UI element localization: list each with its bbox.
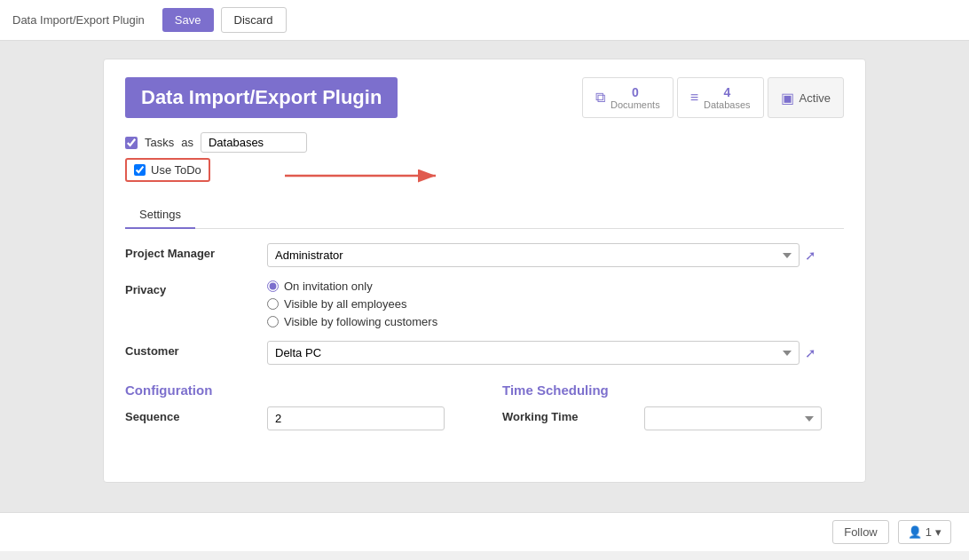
project-manager-row: Project Manager Administrator ➚ bbox=[125, 243, 844, 267]
follower-icon: 👤 bbox=[908, 525, 922, 539]
followers-button[interactable]: 👤 1 ▾ bbox=[898, 520, 951, 544]
active-label: Active bbox=[800, 91, 831, 105]
privacy-radio-employees[interactable] bbox=[267, 298, 279, 310]
followers-dropdown-icon: ▾ bbox=[935, 525, 941, 539]
customer-select[interactable]: Delta PC bbox=[267, 341, 800, 365]
section-headers: Configuration Sequence Time Scheduling W… bbox=[125, 383, 844, 443]
page-title: Data Import/Export Plugin bbox=[12, 13, 145, 27]
working-time-wrap bbox=[644, 406, 844, 430]
project-manager-external-link-icon[interactable]: ➚ bbox=[805, 248, 816, 264]
use-todo-label: Use ToDo bbox=[151, 163, 201, 177]
main-card: Data Import/Export Plugin ⧉ 0 Documents … bbox=[103, 59, 866, 483]
tasks-as: as bbox=[181, 136, 193, 149]
sequence-wrap bbox=[267, 406, 467, 430]
stat-active-button[interactable]: ▣ Active bbox=[768, 77, 844, 118]
customer-external-link-icon[interactable]: ➚ bbox=[805, 345, 816, 361]
documents-icon: ⧉ bbox=[595, 90, 605, 106]
card-header: Data Import/Export Plugin ⧉ 0 Documents … bbox=[125, 77, 844, 118]
use-todo-checkbox[interactable] bbox=[134, 164, 146, 176]
databases-icon: ≡ bbox=[690, 90, 698, 106]
privacy-label-employees: Visible by all employees bbox=[284, 297, 407, 311]
privacy-row: Privacy On invitation only Visible by al… bbox=[125, 280, 844, 328]
databases-label: Databases bbox=[704, 99, 751, 110]
form-section: Project Manager Administrator ➚ Privacy … bbox=[125, 243, 844, 443]
working-time-row: Working Time bbox=[502, 406, 844, 430]
top-bar: Data Import/Export Plugin Save Discard bbox=[0, 0, 969, 41]
databases-count: 4 bbox=[704, 85, 751, 99]
customer-row: Customer Delta PC ➚ bbox=[125, 341, 844, 365]
tasks-row: Tasks as bbox=[125, 132, 844, 153]
tasks-label: Tasks bbox=[145, 136, 174, 149]
privacy-radio-invitation[interactable] bbox=[267, 280, 279, 292]
card-stats: ⧉ 0 Documents ≡ 4 Databases ▣ Active bbox=[582, 77, 844, 118]
main-content: Data Import/Export Plugin ⧉ 0 Documents … bbox=[0, 41, 969, 512]
discard-button[interactable]: Discard bbox=[221, 7, 287, 33]
active-icon: ▣ bbox=[781, 90, 794, 106]
sequence-row: Sequence bbox=[125, 406, 467, 430]
privacy-option-3: Visible by following customers bbox=[267, 315, 437, 328]
privacy-label-invitation: On invitation only bbox=[284, 280, 373, 293]
project-manager-select[interactable]: Administrator bbox=[267, 243, 800, 267]
privacy-radio-group: On invitation only Visible by all employ… bbox=[267, 280, 437, 328]
privacy-option-1: On invitation only bbox=[267, 280, 437, 293]
configuration-title: Configuration bbox=[125, 383, 467, 398]
customer-wrap: Delta PC ➚ bbox=[267, 341, 844, 365]
tab-settings[interactable]: Settings bbox=[125, 201, 195, 229]
sequence-label: Sequence bbox=[125, 406, 267, 423]
documents-count: 0 bbox=[611, 85, 660, 99]
working-time-label: Working Time bbox=[502, 406, 644, 423]
sequence-input[interactable] bbox=[267, 406, 445, 430]
project-manager-wrap: Administrator ➚ bbox=[267, 243, 844, 267]
customer-label: Customer bbox=[125, 341, 267, 358]
stat-documents-button[interactable]: ⧉ 0 Documents bbox=[582, 77, 674, 118]
tabs-bar: Settings bbox=[125, 201, 844, 229]
documents-label: Documents bbox=[611, 99, 660, 110]
privacy-label-customers: Visible by following customers bbox=[284, 315, 437, 328]
use-todo-box: Use ToDo bbox=[125, 158, 210, 182]
followers-count: 1 bbox=[926, 525, 932, 539]
time-scheduling-title: Time Scheduling bbox=[502, 383, 844, 398]
working-time-select[interactable] bbox=[644, 406, 822, 430]
privacy-radio-customers[interactable] bbox=[267, 316, 279, 327]
tasks-input[interactable] bbox=[201, 132, 307, 153]
bottom-bar: Follow 👤 1 ▾ bbox=[0, 512, 969, 551]
card-title: Data Import/Export Plugin bbox=[125, 77, 398, 118]
tasks-checkbox[interactable] bbox=[125, 137, 138, 149]
privacy-option-2: Visible by all employees bbox=[267, 297, 437, 311]
privacy-label: Privacy bbox=[125, 280, 267, 296]
project-manager-label: Project Manager bbox=[125, 243, 267, 260]
annotation-arrow bbox=[285, 167, 462, 202]
follow-button[interactable]: Follow bbox=[832, 520, 889, 544]
save-button[interactable]: Save bbox=[162, 8, 214, 32]
stat-databases-button[interactable]: ≡ 4 Databases bbox=[677, 77, 764, 118]
